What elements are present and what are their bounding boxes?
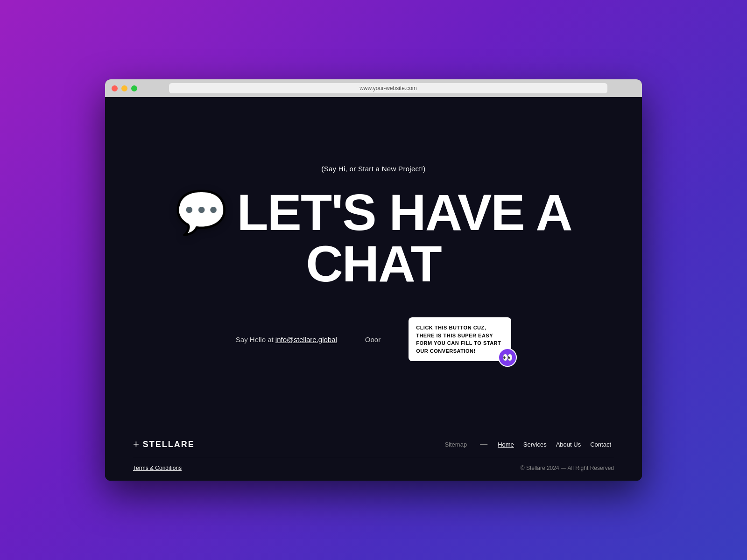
- contact-row: Say Hello at info@stellare.global Ooor C…: [142, 317, 605, 361]
- say-hello: Say Hello at info@stellare.global: [236, 336, 337, 343]
- nav-link-services[interactable]: Services: [521, 440, 550, 449]
- sitemap-label: Sitemap: [444, 441, 467, 448]
- address-bar[interactable]: www.your-website.com: [169, 83, 607, 93]
- avatar-icon: 👀: [498, 348, 517, 367]
- email-link[interactable]: info@stellare.global: [275, 336, 337, 343]
- footer-top: + STELLARE Sitemap — Home Services About…: [133, 438, 614, 458]
- minimize-button[interactable]: [121, 85, 127, 91]
- main-content: (Say Hi, or Start a New Project!) 💬 LET'…: [105, 97, 642, 429]
- nav-link-about[interactable]: About Us: [553, 440, 584, 449]
- tooltip-container: CLICK THIS BUTTON CUZ, THERE IS THIS SUP…: [409, 317, 511, 361]
- tooltip-box[interactable]: CLICK THIS BUTTON CUZ, THERE IS THIS SUP…: [409, 317, 511, 361]
- say-hello-prefix: Say Hello at: [236, 336, 274, 343]
- url-text: www.your-website.com: [359, 85, 417, 91]
- maximize-button[interactable]: [131, 85, 137, 91]
- avatar-emoji: 👀: [502, 352, 513, 363]
- hero-headline: 💬 LET'S HAVE A CHAT: [142, 187, 605, 289]
- headline-row1: 💬 LET'S HAVE A: [175, 187, 571, 238]
- titlebar: www.your-website.com: [105, 79, 642, 97]
- footer: + STELLARE Sitemap — Home Services About…: [105, 429, 642, 481]
- logo-name: STELLARE: [143, 440, 195, 449]
- footer-divider: —: [480, 440, 487, 448]
- headline-text-line1: LET'S HAVE A: [237, 187, 571, 238]
- nav-link-home[interactable]: Home: [495, 440, 517, 449]
- mac-window: www.your-website.com (Say Hi, or Start a…: [105, 79, 642, 481]
- page-subtitle: (Say Hi, or Start a New Project!): [321, 165, 425, 173]
- footer-logo: + STELLARE: [133, 438, 195, 450]
- copyright-text: © Stellare 2024 — All Right Reserved: [521, 465, 614, 471]
- or-text: Ooor: [365, 336, 381, 343]
- terms-link[interactable]: Terms & Conditions: [133, 465, 182, 471]
- nav-link-contact[interactable]: Contact: [587, 440, 614, 449]
- close-button[interactable]: [112, 85, 118, 91]
- chat-bubble-icon: 💬: [175, 191, 227, 233]
- footer-nav: Sitemap — Home Services About Us Contact: [444, 440, 614, 449]
- tooltip-text: CLICK THIS BUTTON CUZ, THERE IS THIS SUP…: [416, 325, 501, 354]
- headline-text-line2: CHAT: [306, 238, 441, 289]
- browser-content: (Say Hi, or Start a New Project!) 💬 LET'…: [105, 97, 642, 481]
- footer-bottom: Terms & Conditions © Stellare 2024 — All…: [133, 458, 614, 471]
- logo-plus: +: [133, 438, 140, 450]
